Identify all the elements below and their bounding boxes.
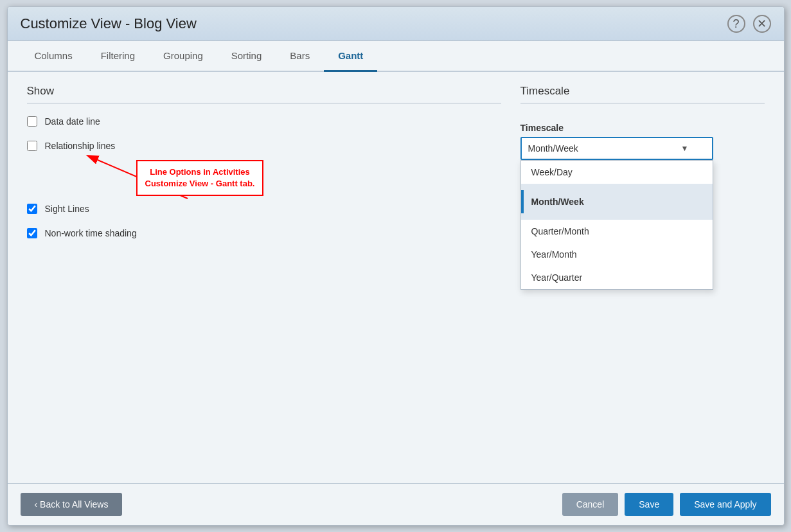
annotation-box: Line Options in Activities Customize Vie… [136, 160, 264, 196]
checkbox-relationship-lines: Relationship lines [27, 141, 501, 151]
dropdown-item-week-day-label: Week/Day [531, 167, 573, 177]
footer-right: Cancel Save Save and Apply [562, 493, 771, 516]
timescale-label: Timescale [520, 123, 765, 133]
header-icons: ? ✕ [727, 15, 771, 33]
dropdown-item-year-month-label: Year/Month [531, 249, 577, 260]
timescale-select-wrapper: Month/Week ▼ Week/Day Month/Week Quarter… [520, 137, 713, 160]
checkbox-data-date-line-input[interactable] [27, 116, 37, 127]
dropdown-item-year-month[interactable]: Year/Month [521, 243, 713, 266]
tab-grouping[interactable]: Grouping [149, 41, 217, 72]
annotation-line1: Line Options in Activities [145, 166, 255, 178]
customize-view-dialog: Customize View - Blog View ? ✕ Columns F… [7, 6, 785, 526]
dialog-title: Customize View - Blog View [21, 15, 197, 32]
dropdown-item-quarter-month-label: Quarter/Month [531, 226, 589, 236]
checkbox-non-work-time: Non-work time shading [27, 228, 501, 238]
show-section-title: Show [27, 85, 501, 98]
annotation-line2: Customize View - Gantt tab. [145, 178, 255, 190]
help-button[interactable]: ? [727, 15, 745, 33]
tab-filtering[interactable]: Filtering [87, 41, 149, 72]
timescale-selected-value: Month/Week [528, 143, 578, 154]
tab-columns[interactable]: Columns [21, 41, 87, 72]
tab-gantt[interactable]: Gantt [324, 41, 377, 72]
checkbox-non-work-time-input[interactable] [27, 228, 37, 238]
tab-bars[interactable]: Bars [276, 41, 324, 72]
dropdown-item-year-quarter-label: Year/Quarter [531, 272, 583, 283]
timescale-section-title: Timescale [520, 85, 765, 98]
tab-bar: Columns Filtering Grouping Sorting Bars … [8, 41, 784, 72]
dropdown-item-month-week-label: Month/Week [531, 197, 584, 207]
checkbox-relationship-lines-label: Relationship lines [45, 141, 116, 151]
tab-sorting[interactable]: Sorting [217, 41, 276, 72]
checkbox-sight-lines-input[interactable] [27, 204, 37, 214]
checkbox-data-date-line-label: Data date line [45, 116, 100, 127]
timescale-select[interactable]: Month/Week ▼ [520, 137, 713, 160]
relationship-lines-area: Relationship lines Line Options in Activ… [27, 141, 501, 165]
cancel-button[interactable]: Cancel [562, 493, 619, 516]
dropdown-item-quarter-month[interactable]: Quarter/Month [521, 220, 713, 243]
timescale-dropdown: Week/Day Month/Week Quarter/Month Year/M… [520, 160, 713, 290]
dropdown-item-month-week[interactable]: Month/Week [521, 184, 713, 220]
close-button[interactable]: ✕ [753, 15, 771, 33]
back-to-all-views-button[interactable]: ‹ Back to All Views [21, 493, 123, 516]
checkbox-sight-lines: Sight Lines [27, 204, 501, 214]
show-section: Show Data date line Relationship lines [27, 85, 501, 470]
dialog-footer: ‹ Back to All Views Cancel Save Save and… [8, 483, 784, 525]
selected-indicator [521, 190, 524, 213]
save-button[interactable]: Save [625, 493, 673, 516]
dropdown-arrow-icon: ▼ [681, 144, 689, 153]
timescale-section: Timescale Timescale Month/Week ▼ Week/Da… [520, 85, 765, 470]
checkbox-data-date-line: Data date line [27, 116, 501, 127]
checkbox-non-work-time-label: Non-work time shading [45, 228, 137, 238]
timescale-divider [520, 103, 765, 103]
checkbox-sight-lines-label: Sight Lines [45, 204, 89, 214]
save-and-apply-button[interactable]: Save and Apply [680, 493, 770, 516]
dropdown-item-week-day[interactable]: Week/Day [521, 161, 713, 184]
footer-left: ‹ Back to All Views [21, 493, 123, 516]
checkbox-relationship-lines-input[interactable] [27, 141, 37, 151]
dialog-body: Show Data date line Relationship lines [8, 72, 784, 483]
dropdown-item-year-quarter[interactable]: Year/Quarter [521, 266, 713, 289]
show-divider [27, 103, 501, 103]
dialog-header: Customize View - Blog View ? ✕ [8, 7, 784, 41]
